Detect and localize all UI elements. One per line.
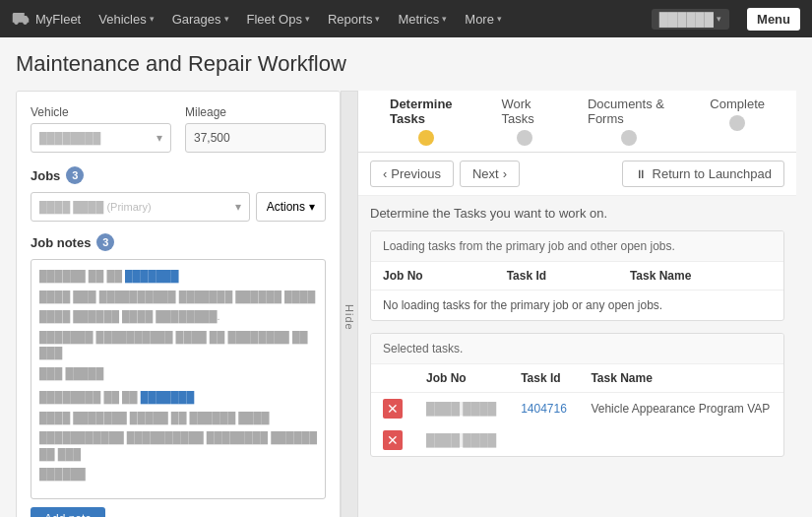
job-dropdown[interactable]: ████ ████ (Primary) ▾ [31,192,250,222]
chevron-down-icon: ▾ [224,14,229,24]
job-no-value: ████ ████ [426,402,496,416]
left-panel: Vehicle ████████ ▾ Mileage Jobs 3 ████ █… [16,91,341,517]
actions-button[interactable]: Actions ▾ [256,192,326,222]
table-row: ✕ ████ ████ 1404716 Vehicle Appearance P… [371,393,783,425]
menu-button[interactable]: Menu [747,8,800,31]
vehicle-label: Vehicle [31,105,171,119]
previous-button[interactable]: ‹ Previous [370,161,454,187]
job-value: ████ ████ (Primary) [39,201,152,213]
table-row: ✕ ████ ████ [371,424,783,456]
jobs-count-badge: 3 [66,166,84,184]
content-area: Determine the Tasks you want to work on.… [358,196,796,517]
chevron-down-icon: ▾ [497,14,502,24]
chevron-down-icon: ▾ [442,14,447,24]
col-task-id-1: Task Id [495,262,618,291]
col-job-no-2: Job No [414,364,509,393]
chevron-right-icon: › [503,166,507,181]
right-panel: Determine Tasks Work Tasks Documents & F… [358,91,796,517]
tab-complete[interactable]: Complete [690,97,784,137]
chevron-down-icon: ▾ [717,14,721,24]
nav-fleet-ops[interactable]: Fleet Ops ▾ [247,12,310,27]
workflow-tabs: Determine Tasks Work Tasks Documents & F… [358,91,796,153]
navbar: MyFleet Vehicles ▾ Garages ▾ Fleet Ops ▾… [0,0,812,37]
mileage-input[interactable] [185,123,326,153]
col-task-name-2: Task Name [579,364,783,393]
empty-message: No loading tasks for the primary job or … [371,291,783,321]
complete-dot [729,115,745,131]
chevron-down-icon: ▾ [235,200,241,214]
chevron-down-icon: ▾ [150,14,155,24]
tab-determine-tasks[interactable]: Determine Tasks [370,97,481,152]
nav-metrics[interactable]: Metrics ▾ [398,12,447,27]
jobs-controls: ████ ████ (Primary) ▾ Actions ▾ [31,192,326,222]
note-2: ████████ ██ ██ ███████ ████ ███████ ████… [39,389,317,483]
job-no-value: ████ ████ [426,433,496,447]
task-id-link[interactable]: 1404716 [521,402,567,416]
main-layout: Vehicle ████████ ▾ Mileage Jobs 3 ████ █… [16,91,796,517]
mileage-group: Mileage [185,105,326,153]
tab-documents-forms[interactable]: Documents & Forms [568,97,690,152]
col-task-id-2: Task Id [509,364,579,393]
note-1: ██████ ██ ██ ███████ ████ ███ ██████████… [39,268,317,381]
loading-tasks-header: Loading tasks from the primary job and o… [371,231,783,262]
chevron-down-icon: ▾ [156,131,162,145]
return-to-launchpad-button[interactable]: ⏸ Return to Launchpad [622,161,784,187]
nav-reports[interactable]: Reports ▾ [328,12,381,27]
chevron-down-icon: ▾ [375,14,380,24]
page: Maintenance and Repair Workflow Vehicle … [0,37,812,517]
nav-garages[interactable]: Garages ▾ [172,12,229,27]
pause-icon: ⏸ [635,167,647,181]
task-name-value: Vehicle Appearance Program VAP [591,402,770,416]
table-row: No loading tasks for the primary job or … [371,291,783,321]
col-action [371,364,414,393]
tab-work-tasks[interactable]: Work Tasks [481,97,568,152]
vehicle-select[interactable]: ████████ ▾ [31,123,171,153]
nav-vehicles[interactable]: Vehicles ▾ [98,12,154,27]
vehicle-value: ████████ [39,132,100,144]
brand-icon [12,10,30,28]
job-notes-title: Job notes 3 [31,233,326,251]
chevron-down-icon: ▾ [305,14,310,24]
documents-forms-dot [621,130,637,146]
brand-label: MyFleet [35,12,81,27]
nav-more[interactable]: More ▾ [465,12,502,27]
remove-row-button[interactable]: ✕ [383,399,403,419]
mileage-label: Mileage [185,105,326,119]
remove-row-button[interactable]: ✕ [383,430,403,450]
loading-tasks-card: Loading tasks from the primary job and o… [370,230,784,321]
brand: MyFleet [12,10,81,28]
loading-tasks-table: Job No Task Id Task Name No loading task… [371,262,783,320]
work-tasks-dot [517,130,532,146]
selected-tasks-header: Selected tasks. [371,334,783,364]
selected-tasks-card: Selected tasks. Job No Task Id Task Name [370,333,784,457]
notes-box: ██████ ██ ██ ███████ ████ ███ ██████████… [31,259,326,499]
hide-tab[interactable]: Hide [341,91,358,517]
determine-tasks-dot [418,130,434,146]
chevron-down-icon: ▾ [309,200,315,214]
col-job-no-1: Job No [371,262,495,291]
vehicle-group: Vehicle ████████ ▾ [31,105,171,153]
chevron-left-icon: ‹ [383,166,387,181]
job-notes-badge: 3 [96,233,114,251]
toolbar: ‹ Previous Next › ⏸ Return to Launchpad [358,153,796,196]
vehicle-mileage-row: Vehicle ████████ ▾ Mileage [31,105,326,153]
selected-tasks-table: Job No Task Id Task Name ✕ ████ ████ [371,364,783,456]
determine-text: Determine the Tasks you want to work on. [370,206,784,221]
next-button[interactable]: Next › [460,161,520,187]
jobs-section-title: Jobs 3 [31,166,326,184]
user-menu[interactable]: ██████ ▾ [652,9,729,30]
add-note-button[interactable]: Add note [31,507,105,518]
page-title: Maintenance and Repair Workflow [16,51,796,77]
col-task-name-1: Task Name [618,262,783,291]
